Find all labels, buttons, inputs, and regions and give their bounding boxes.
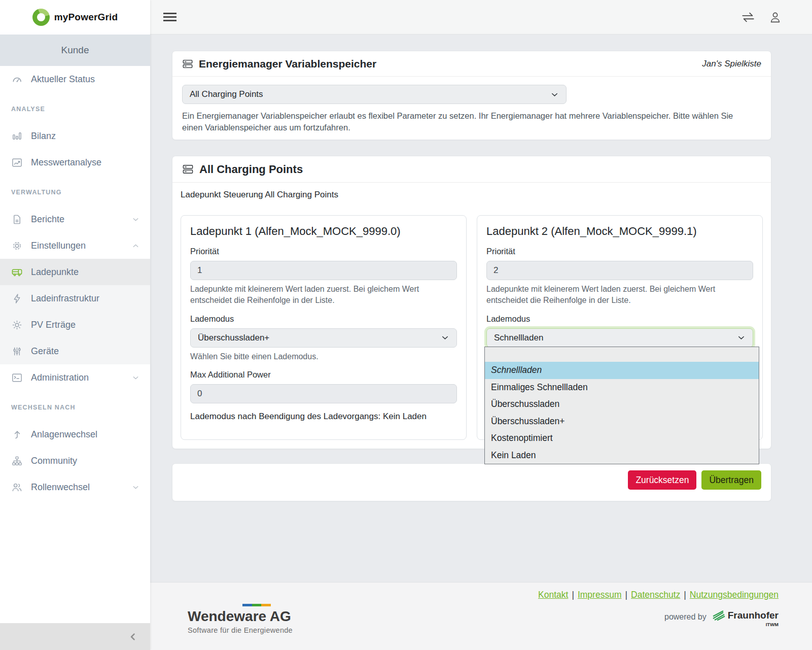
mode-option-empty[interactable] — [485, 347, 759, 362]
gear-icon — [11, 240, 23, 252]
sidebar-item-label: Messwertanalyse — [31, 157, 101, 168]
ev-van-icon — [11, 266, 23, 278]
link-datenschutz[interactable]: Datenschutz — [631, 590, 680, 600]
wendeware-color-bar-icon — [242, 604, 271, 606]
mode-label: Lademodus — [486, 314, 753, 324]
chargepoint-panel-1: Ladepunkt 1 (Alfen_Mock_MOCK_9999.0) Pri… — [181, 215, 467, 440]
sidebar-item-label: Einstellungen — [31, 241, 86, 251]
chevron-down-icon — [550, 90, 559, 99]
sitemap-icon — [11, 455, 23, 467]
card-subtitle: Ladepunkt Steuerung All Charging Points — [181, 190, 763, 200]
sidebar-item-messwertanalyse[interactable]: Messwertanalyse — [0, 149, 150, 176]
submit-button[interactable]: Übertragen — [701, 470, 761, 490]
mode-option-kein-laden[interactable]: Kein Laden — [485, 447, 759, 464]
wendeware-tagline: Software für die Energiewende — [188, 626, 293, 634]
sidebar-item-label: Berichte — [31, 214, 64, 225]
line-chart-icon — [11, 157, 23, 168]
mode-option-ueberschussladen[interactable]: Überschussladen — [485, 396, 759, 413]
sidebar-item-label: Aktueller Status — [31, 74, 95, 85]
sidebar: myPowerGrid Kunde Aktueller Status ANALY… — [0, 0, 150, 650]
sidebar-item-einstellungen[interactable]: Einstellungen — [0, 232, 150, 259]
fraunhofer-name: Fraunhofer — [728, 610, 779, 621]
mode-select-focused[interactable]: Schnellladen — [486, 328, 753, 348]
people-icon — [11, 482, 23, 493]
sidebar-section-wechseln-nach: WECHSELN NACH — [0, 404, 150, 411]
plant-context-label: Jan's Spielkiste — [702, 59, 761, 69]
switch-plant-button[interactable] — [740, 11, 756, 23]
sidebar-item-label: Community — [31, 456, 77, 466]
sidebar-item-label: Ladepunkte — [31, 267, 79, 278]
variablenspeicher-select[interactable]: All Charging Points — [182, 85, 567, 104]
mode-option-einmaliges-schnellladen[interactable]: Einmaliges Schnellladen — [485, 379, 759, 396]
mode-option-ueberschussladen-plus[interactable]: Überschussladen+ — [485, 413, 759, 430]
sidebar-item-administration[interactable]: Administration — [0, 364, 150, 391]
fraunhofer-institute: ITWM — [766, 622, 779, 627]
priority-help: Ladepunkte mit kleinerem Wert laden zuer… — [486, 284, 753, 306]
card-title: All Charging Points — [199, 163, 303, 176]
mode-option-schnellladen[interactable]: Schnellladen — [485, 362, 759, 379]
mode-select[interactable]: Überschussladen+ — [190, 328, 457, 348]
link-impressum[interactable]: Impressum — [578, 590, 622, 600]
link-separator: | — [684, 590, 686, 600]
card-title: Energiemanager Variablenspeicher — [199, 58, 376, 70]
sidebar-item-label: Anlagenwechsel — [31, 429, 97, 440]
sidebar-item-label: Administration — [31, 372, 89, 383]
menu-toggle-button[interactable] — [163, 13, 176, 24]
einstellungen-submenu: Ladepunkte Ladeinfrastruktur PV Erträge … — [0, 259, 150, 364]
mode-option-kostenoptimiert[interactable]: Kostenoptimiert — [485, 430, 759, 447]
chevron-down-icon — [131, 483, 140, 492]
sidebar-item-label: Rollenwechsel — [31, 482, 90, 493]
arrow-up-icon — [11, 429, 23, 440]
sidebar-item-berichte[interactable]: Berichte — [0, 206, 150, 232]
footer: Wendeware AG Software für die Energiewen… — [150, 582, 812, 650]
app-logo[interactable]: myPowerGrid — [0, 0, 150, 35]
link-nutzungsbedingungen[interactable]: Nutzungsbedingungen — [690, 590, 779, 600]
powered-by-block: powered by Fraunhofer ITWM — [664, 610, 779, 627]
chargepoint-title: Ladepunkt 1 (Alfen_Mock_MOCK_9999.0) — [190, 224, 457, 238]
link-separator: | — [572, 590, 574, 600]
chargepoint-title: Ladepunkt 2 (Alfen_Mock_MOCK_9999.1) — [486, 224, 753, 238]
chevron-up-icon — [131, 242, 140, 250]
server-stack-icon — [182, 58, 193, 70]
person-icon — [769, 11, 782, 24]
sidebar-item-geraete[interactable]: Geräte — [0, 338, 150, 364]
reset-button[interactable]: Zurücksetzen — [628, 470, 696, 490]
footer-links: Kontakt|Impressum|Datenschutz|Nutzungsbe… — [538, 590, 779, 600]
variablenspeicher-description: Ein Energiemanager Variablenspeicher erl… — [182, 110, 735, 134]
sidebar-item-community[interactable]: Community — [0, 448, 150, 474]
sidebar-item-anlagenwechsel[interactable]: Anlagenwechsel — [0, 421, 150, 448]
app-logo-icon — [32, 9, 50, 26]
sidebar-item-ladepunkte[interactable]: Ladepunkte — [0, 259, 150, 285]
priority-input[interactable] — [486, 261, 753, 280]
sidebar-collapse-button[interactable] — [0, 623, 150, 650]
wendeware-name: Wendeware AG — [188, 608, 293, 625]
swap-arrows-icon — [740, 11, 756, 23]
fraunhofer-stripes-icon — [712, 610, 725, 621]
document-icon — [11, 214, 23, 225]
mode-help: Wählen Sie bitte einen Lademodus. — [190, 351, 457, 362]
user-menu-button[interactable] — [769, 11, 782, 24]
sidebar-item-bilanz[interactable]: Bilanz — [0, 123, 150, 149]
after-charge-note: Lademodus nach Beendigung des Ladevorgan… — [190, 411, 457, 422]
chevron-left-icon — [128, 632, 138, 642]
sidebar-item-ladeinfrastruktur[interactable]: Ladeinfrastruktur — [0, 285, 150, 312]
mode-label: Lademodus — [190, 314, 457, 324]
chevron-down-icon — [131, 215, 140, 224]
max-power-input[interactable] — [190, 384, 457, 403]
link-kontakt[interactable]: Kontakt — [538, 590, 568, 600]
max-power-label: Max Additional Power — [190, 369, 457, 380]
terminal-icon — [11, 372, 23, 384]
sun-icon — [11, 319, 23, 331]
main-content: Energiemanager Variablenspeicher Jan's S… — [150, 35, 812, 650]
sidebar-item-rollenwechsel[interactable]: Rollenwechsel — [0, 474, 150, 500]
priority-input[interactable] — [190, 261, 457, 280]
server-stack-icon — [182, 163, 194, 175]
hamburger-icon — [163, 13, 176, 14]
sidebar-item-aktueller-status[interactable]: Aktueller Status — [0, 66, 150, 92]
mode-select-value: Überschussladen+ — [198, 333, 269, 343]
sidebar-item-label: Bilanz — [31, 131, 56, 142]
chevron-down-icon — [440, 333, 450, 343]
fraunhofer-logo: Fraunhofer ITWM — [712, 610, 779, 627]
sidebar-item-pv-ertraege[interactable]: PV Erträge — [0, 312, 150, 338]
variablenspeicher-card: Energiemanager Variablenspeicher Jan's S… — [172, 51, 771, 140]
